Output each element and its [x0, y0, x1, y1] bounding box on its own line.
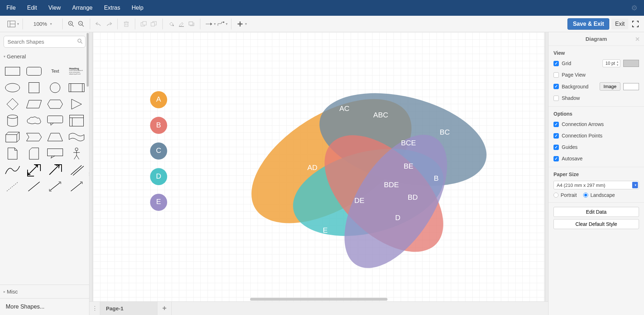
- shape-diamond[interactable]: [4, 97, 21, 111]
- redo-icon[interactable]: [104, 19, 114, 29]
- undo-icon[interactable]: [94, 19, 104, 29]
- svg-text:BDE: BDE: [384, 181, 399, 189]
- portrait-radio[interactable]: Portrait: [553, 192, 577, 198]
- shape-step[interactable]: [25, 130, 43, 144]
- search-shapes-input[interactable]: [4, 36, 86, 48]
- shape-line[interactable]: [25, 180, 43, 193]
- conn-arrows-checkbox[interactable]: [553, 122, 559, 127]
- shape-cylinder[interactable]: [4, 114, 21, 127]
- section-misc[interactable]: Misc: [0, 285, 89, 298]
- shapes-sidebar: General Text HeadingLorem ipsum dolor si…: [0, 32, 89, 315]
- shape-arrow[interactable]: [47, 163, 64, 177]
- zoom-in-icon[interactable]: [66, 19, 76, 29]
- conn-points-checkbox[interactable]: [553, 133, 559, 139]
- shape-cloud[interactable]: [25, 114, 43, 127]
- chevron-down-icon[interactable]: ▾: [226, 22, 228, 26]
- menu-edit[interactable]: Edit: [27, 5, 37, 11]
- insert-icon[interactable]: [235, 19, 245, 29]
- menu-help[interactable]: Help: [132, 5, 143, 11]
- grid-checkbox[interactable]: [553, 61, 559, 66]
- close-icon[interactable]: ✕: [635, 35, 640, 42]
- shape-trapezoid[interactable]: [47, 130, 64, 144]
- shape-process[interactable]: [68, 81, 86, 94]
- shape-square[interactable]: [25, 81, 43, 94]
- shape-bidirectional-arrow[interactable]: [25, 163, 43, 177]
- shape-parallelogram[interactable]: [25, 97, 43, 111]
- shape-tape[interactable]: [68, 130, 86, 144]
- background-image-button[interactable]: Image: [600, 82, 620, 91]
- tab-menu-icon[interactable]: ⋮: [89, 302, 100, 315]
- line-color-icon[interactable]: [176, 19, 186, 29]
- waypoint-icon[interactable]: [216, 19, 226, 29]
- save-exit-button[interactable]: Save & Exit: [567, 18, 609, 30]
- menu-view[interactable]: View: [48, 5, 60, 11]
- more-shapes-button[interactable]: More Shapes...: [0, 298, 89, 315]
- fill-color-icon[interactable]: [166, 19, 176, 29]
- shape-actor[interactable]: [68, 147, 86, 160]
- connection-icon[interactable]: [204, 19, 214, 29]
- scrollbar-thumb[interactable]: [87, 33, 89, 87]
- shape-curve[interactable]: [4, 163, 21, 177]
- to-front-icon[interactable]: [139, 19, 149, 29]
- svg-rect-41: [48, 149, 63, 156]
- shape-ellipse[interactable]: [4, 81, 21, 94]
- to-back-icon[interactable]: [149, 19, 159, 29]
- grid-label: Grid: [562, 60, 600, 66]
- guides-checkbox[interactable]: [553, 145, 559, 150]
- shape-circle[interactable]: [47, 81, 64, 94]
- shape-triangle[interactable]: [68, 97, 86, 111]
- canvas[interactable]: A B C D E: [93, 32, 545, 301]
- shape-hexagon[interactable]: [47, 97, 64, 111]
- shape-rounded-rectangle[interactable]: [25, 64, 43, 78]
- menu-extras[interactable]: Extras: [104, 5, 120, 11]
- section-general[interactable]: General: [0, 51, 89, 62]
- svg-line-52: [71, 183, 82, 191]
- background-checkbox[interactable]: [553, 84, 559, 89]
- menu-file[interactable]: File: [6, 5, 16, 11]
- svg-text:C: C: [459, 107, 465, 115]
- zoom-out-icon[interactable]: [76, 19, 86, 29]
- background-color-swatch[interactable]: [623, 83, 639, 90]
- edit-data-button[interactable]: Edit Data: [553, 207, 639, 217]
- pageview-checkbox[interactable]: [553, 72, 559, 78]
- sidebar-toggle-icon[interactable]: [6, 19, 16, 29]
- chevron-down-icon[interactable]: ▾: [245, 22, 247, 26]
- grid-size-input[interactable]: 10 pt▲▼: [602, 59, 620, 67]
- shape-card[interactable]: [25, 147, 43, 160]
- autosave-checkbox[interactable]: [553, 156, 559, 161]
- svg-text:BD: BD: [408, 193, 418, 201]
- gear-icon[interactable]: ⚙: [631, 4, 638, 12]
- shape-callout2[interactable]: [47, 147, 64, 160]
- shape-rectangle[interactable]: [4, 64, 21, 78]
- menu-arrange[interactable]: Arrange: [72, 5, 93, 11]
- paper-size-select[interactable]: A4 (210 mm x 297 mm)▾: [553, 181, 639, 189]
- shape-note[interactable]: [4, 147, 21, 160]
- shape-heading[interactable]: HeadingLorem ipsum dolor sit amet consec…: [68, 64, 86, 78]
- shape-directional-line[interactable]: [68, 180, 86, 193]
- shape-dashed-line[interactable]: [4, 180, 21, 193]
- shape-text[interactable]: Text: [47, 64, 64, 78]
- svg-line-48: [73, 166, 84, 175]
- svg-rect-16: [143, 21, 146, 25]
- shadow-label: Shadow: [562, 95, 639, 101]
- chevron-down-icon[interactable]: ▾: [17, 22, 19, 26]
- shape-line-arrows[interactable]: [47, 180, 64, 193]
- add-page-button[interactable]: +: [157, 302, 172, 315]
- svg-point-36: [8, 115, 18, 118]
- delete-icon[interactable]: [121, 19, 131, 29]
- shadow-checkbox[interactable]: [553, 96, 559, 101]
- horizontal-scrollbar[interactable]: [250, 298, 388, 301]
- shape-double-line[interactable]: [68, 163, 86, 177]
- exit-button[interactable]: Exit: [611, 19, 628, 29]
- shadow-icon[interactable]: [186, 19, 196, 29]
- grid-color-swatch[interactable]: [623, 60, 639, 67]
- fullscreen-icon[interactable]: [630, 19, 640, 29]
- svg-text:DE: DE: [354, 197, 364, 204]
- shape-frame[interactable]: [68, 114, 86, 127]
- landscape-radio[interactable]: Landscape: [583, 192, 615, 198]
- page-tab-1[interactable]: Page-1: [100, 302, 157, 315]
- clear-style-button[interactable]: Clear Default Style: [553, 219, 639, 229]
- shape-cube[interactable]: [4, 130, 21, 144]
- zoom-level[interactable]: 100%▾: [26, 21, 59, 27]
- shape-callout[interactable]: [47, 114, 64, 127]
